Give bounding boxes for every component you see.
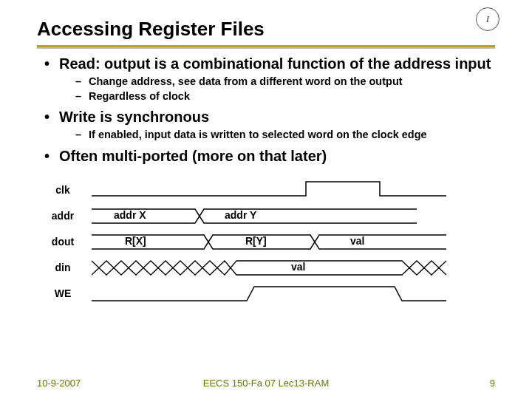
bullet-list: Read: output is a combinational function…	[37, 55, 495, 166]
bullet-2-sub-1: If enabled, input data is written to sel…	[75, 128, 495, 143]
clk-waveform	[84, 177, 454, 203]
dout-label-1: R[X]	[125, 235, 146, 247]
dout-label-3: val	[350, 235, 364, 247]
timing-diagram: clk addr addr X addr Y dout	[37, 177, 495, 307]
page-title: Accessing Register Files	[37, 13, 495, 41]
bullet-1-sub-2: Regardless of clock	[75, 89, 495, 104]
bullet-1-sub-1: Change address, see data from a differen…	[75, 75, 495, 89]
timing-row-we: WE	[41, 281, 495, 307]
timing-row-dout: dout R[X] R[Y] val	[41, 229, 495, 255]
addr-label-2: addr Y	[225, 209, 256, 221]
dout-waveform: R[X] R[Y] val	[84, 229, 454, 255]
din-waveform: val	[84, 255, 454, 281]
bullet-1: Read: output is a combinational function…	[41, 55, 495, 103]
cal-logo-icon: I	[476, 7, 499, 31]
bullet-3: Often multi-ported (more on that later)	[41, 147, 495, 166]
bullet-2: Write is synchronous If enabled, input d…	[41, 108, 495, 143]
page-number: 9	[490, 378, 495, 389]
dout-label-2: R[Y]	[245, 235, 267, 247]
we-waveform	[84, 281, 454, 307]
din-label: val	[291, 261, 305, 273]
title-underline	[37, 45, 495, 47]
timing-row-addr: addr addr X addr Y	[41, 203, 495, 229]
addr-waveform: addr X addr Y	[84, 203, 454, 229]
footer-course: EECS 150-Fa 07 Lec13-RAM	[0, 378, 532, 389]
addr-label-1: addr X	[114, 209, 146, 221]
timing-row-din: din val	[41, 255, 495, 281]
timing-row-clk: clk	[41, 177, 495, 203]
